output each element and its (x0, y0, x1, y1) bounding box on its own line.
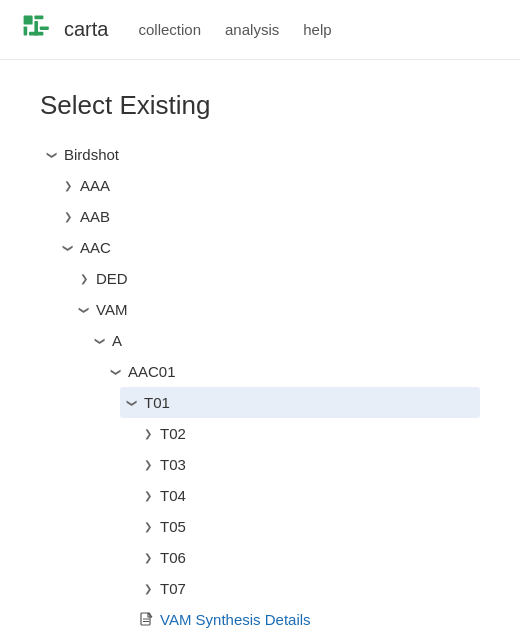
tree-item-t02[interactable]: T02 (136, 418, 480, 449)
page-title: Select Existing (40, 90, 480, 121)
nav-help[interactable]: help (303, 17, 331, 42)
chevron-right-icon (76, 271, 92, 287)
tree-item-aaa[interactable]: AAA (56, 170, 480, 201)
tree-label-t05: T05 (160, 513, 186, 540)
chevron-down-icon (124, 395, 140, 411)
tree-item-aac[interactable]: AAC (56, 232, 480, 263)
chevron-right-icon (60, 209, 76, 225)
chevron-down-icon (108, 364, 124, 380)
chevron-right-icon (140, 488, 156, 504)
chevron-right-icon (60, 178, 76, 194)
tree-label-t07: T07 (160, 575, 186, 602)
tree-item-t05[interactable]: T05 (136, 511, 480, 542)
main-nav: collection analysis help (138, 17, 331, 42)
chevron-right-icon (140, 426, 156, 442)
tree-label-aac01: AAC01 (128, 358, 176, 385)
tree-label-t03: T03 (160, 451, 186, 478)
tree-label-aab: AAB (80, 203, 110, 230)
logo-icon (20, 12, 56, 48)
doc-icon (140, 612, 154, 628)
chevron-right-icon (140, 457, 156, 473)
tree-item-birdshot[interactable]: Birdshot (40, 139, 480, 170)
tree-item-t07[interactable]: T07 (136, 573, 480, 604)
chevron-right-icon (140, 519, 156, 535)
svg-rect-4 (40, 26, 49, 30)
tree-item-t03[interactable]: T03 (136, 449, 480, 480)
tree-item-t04[interactable]: T04 (136, 480, 480, 511)
chevron-down-icon (92, 333, 108, 349)
tree-item-aac01[interactable]: AAC01 (104, 356, 480, 387)
tree-label-ded: DED (96, 265, 128, 292)
tree-label-t04: T04 (160, 482, 186, 509)
nav-analysis[interactable]: analysis (225, 17, 279, 42)
tree-label-vam: VAM (96, 296, 127, 323)
tree-item-a[interactable]: A (88, 325, 480, 356)
svg-rect-0 (24, 15, 33, 24)
tree-label-birdshot: Birdshot (64, 141, 119, 168)
tree-label-t06: T06 (160, 544, 186, 571)
tree-item-vam[interactable]: VAM (72, 294, 480, 325)
tree-label-t01: T01 (144, 389, 170, 416)
main-content: Select Existing BirdshotAAAAABAACDEDVAMA… (0, 60, 520, 632)
tree-label-aaa: AAA (80, 172, 110, 199)
chevron-right-icon (140, 581, 156, 597)
tree-label-a: A (112, 327, 122, 354)
chevron-right-icon (140, 550, 156, 566)
header: carta collection analysis help (0, 0, 520, 60)
chevron-down-icon (60, 240, 76, 256)
svg-rect-2 (24, 26, 28, 35)
tree: BirdshotAAAAABAACDEDVAMAAAC01T01T02T03T0… (40, 139, 480, 632)
tree-item-t01[interactable]: T01 (120, 387, 480, 418)
svg-rect-5 (29, 31, 43, 35)
chevron-down-icon (44, 147, 60, 163)
svg-rect-1 (34, 15, 43, 19)
tree-item-aab[interactable]: AAB (56, 201, 480, 232)
chevron-down-icon (76, 302, 92, 318)
tree-item-t06[interactable]: T06 (136, 542, 480, 573)
logo-text: carta (64, 18, 108, 41)
nav-collection[interactable]: collection (138, 17, 201, 42)
tree-label-t02: T02 (160, 420, 186, 447)
tree-item-ded[interactable]: DED (72, 263, 480, 294)
tree-label-vam-synthesis: VAM Synthesis Details (160, 606, 311, 632)
tree-label-aac: AAC (80, 234, 111, 261)
tree-item-vam-synthesis[interactable]: VAM Synthesis Details (136, 604, 480, 632)
logo[interactable]: carta (20, 12, 108, 48)
